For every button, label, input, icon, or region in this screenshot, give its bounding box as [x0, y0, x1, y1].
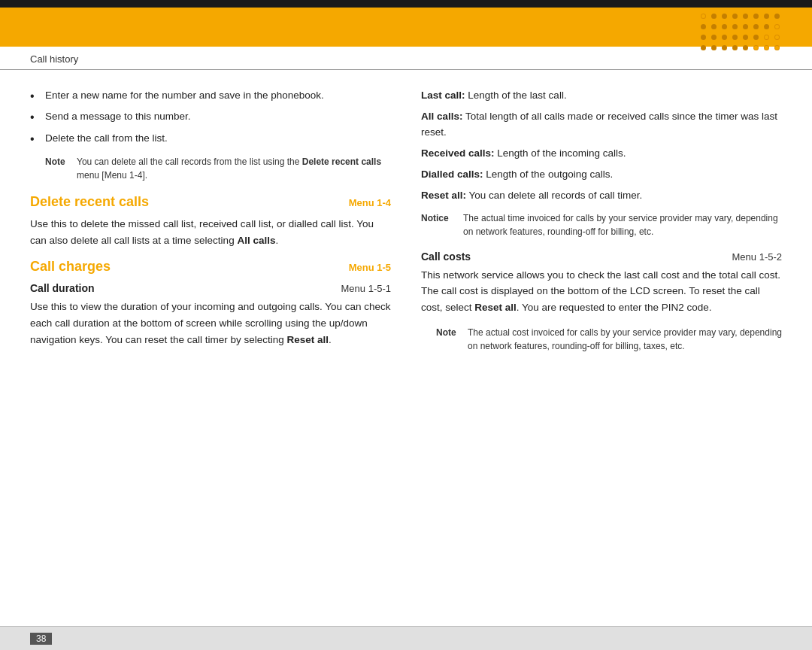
note-block-costs: Note The actual cost invoiced for calls …	[436, 326, 782, 353]
list-item: • Enter a new name for the number and sa…	[30, 88, 391, 105]
delete-recent-calls-body: Use this to delete the missed call list,…	[30, 216, 391, 248]
dot	[711, 24, 717, 29]
dot	[774, 14, 780, 19]
reset-all-text: You can delete all records of call timer…	[469, 190, 643, 201]
note-label-costs: Note	[436, 326, 463, 339]
call-item-reset-all: Reset all: You can delete all records of…	[421, 188, 782, 203]
call-item-all-calls: All calls: Total length of all calls mad…	[421, 109, 782, 140]
all-calls-label: All calls:	[421, 111, 463, 122]
page-number: 38	[30, 633, 52, 645]
delete-recent-calls-menu: Menu 1-4	[349, 197, 391, 208]
dot	[753, 14, 759, 19]
notice-text: The actual time invoiced for calls by yo…	[463, 211, 782, 238]
dot	[764, 45, 769, 50]
delete-recent-calls-title: Delete recent calls	[30, 194, 149, 210]
note-label: Note	[45, 155, 72, 169]
top-orange-bar	[0, 8, 812, 47]
call-item-dialled-calls: Dialled calls: Length of the outgoing ca…	[421, 167, 782, 182]
notice-label: Notice	[421, 211, 459, 225]
list-item: • Delete the call from the list.	[30, 131, 391, 147]
call-costs-title: Call costs	[421, 251, 471, 263]
last-call-label: Last call:	[421, 90, 465, 101]
received-calls-text: Length of the incoming calls.	[497, 147, 626, 159]
note-text: You can delete all the call records from…	[77, 155, 391, 182]
call-item-last-call: Last call: Length of the last call.	[421, 88, 782, 103]
note-block: Note You can delete all the call records…	[45, 155, 391, 182]
left-column: • Enter a new name for the number and sa…	[30, 88, 391, 365]
bullet-list: • Enter a new name for the number and sa…	[30, 88, 391, 147]
dot	[701, 24, 706, 29]
bullet-icon: •	[30, 131, 42, 147]
call-duration-title: Call duration	[30, 282, 95, 294]
dot	[701, 45, 706, 50]
delete-recent-calls-heading: Delete recent calls Menu 1-4	[30, 194, 391, 210]
page-title: Call history	[30, 53, 78, 65]
dialled-calls-label: Dialled calls:	[421, 169, 483, 180]
bullet-icon: •	[30, 109, 42, 126]
list-item: • Send a message to this number.	[30, 109, 391, 126]
dot	[711, 45, 717, 50]
dot	[732, 14, 738, 19]
dot	[701, 14, 706, 19]
call-costs-menu: Menu 1-5-2	[732, 251, 782, 263]
bullet-text: Enter a new name for the number and save…	[45, 88, 324, 103]
page-footer: 38	[0, 626, 812, 650]
note-text-costs: The actual cost invoiced for calls by yo…	[468, 326, 782, 353]
page-header: Call history	[0, 47, 812, 70]
dot	[732, 24, 738, 29]
dot	[774, 35, 780, 40]
dot	[774, 45, 780, 50]
dot	[743, 35, 748, 40]
call-duration-body: Use this to view the duration of your in…	[30, 299, 391, 348]
bullet-text: Delete the call from the list.	[45, 131, 168, 146]
dot-grid-decoration	[701, 14, 782, 53]
bullet-text: Send a message to this number.	[45, 109, 191, 124]
reset-all-label: Reset all:	[421, 190, 466, 201]
dot	[743, 24, 748, 29]
received-calls-label: Received calls:	[421, 147, 495, 159]
dot	[732, 45, 738, 50]
top-black-bar	[0, 0, 812, 8]
dot	[764, 14, 769, 19]
call-item-received-calls: Received calls: Length of the incoming c…	[421, 146, 782, 161]
dialled-calls-text: Length of the outgoing calls.	[486, 169, 613, 180]
dot	[701, 35, 706, 40]
dot	[722, 14, 727, 19]
dot	[711, 35, 717, 40]
all-calls-text: Total length of all calls made or receiv…	[421, 111, 777, 137]
main-content: • Enter a new name for the number and sa…	[0, 70, 812, 380]
call-duration-menu: Menu 1-5-1	[341, 283, 391, 294]
call-charges-menu: Menu 1-5	[349, 262, 391, 273]
dot	[753, 45, 759, 50]
dot	[764, 35, 769, 40]
dot	[711, 14, 717, 19]
call-costs-body: This network service allows you to check…	[421, 267, 782, 316]
dot	[774, 24, 780, 29]
call-costs-heading: Call costs Menu 1-5-2	[421, 251, 782, 263]
call-duration-heading: Call duration Menu 1-5-1	[30, 282, 391, 294]
call-charges-heading: Call charges Menu 1-5	[30, 259, 391, 275]
dot	[722, 45, 727, 50]
dot	[732, 35, 738, 40]
dot	[753, 35, 759, 40]
call-charges-title: Call charges	[30, 259, 111, 275]
dot	[743, 45, 748, 50]
notice-block: Notice The actual time invoiced for call…	[421, 211, 782, 238]
dot	[743, 14, 748, 19]
dot	[764, 24, 769, 29]
dot	[722, 24, 727, 29]
dot	[753, 24, 759, 29]
right-column: Last call: Length of the last call. All …	[421, 88, 782, 365]
dot	[722, 35, 727, 40]
bullet-icon: •	[30, 88, 42, 105]
last-call-text: Length of the last call.	[468, 90, 566, 101]
